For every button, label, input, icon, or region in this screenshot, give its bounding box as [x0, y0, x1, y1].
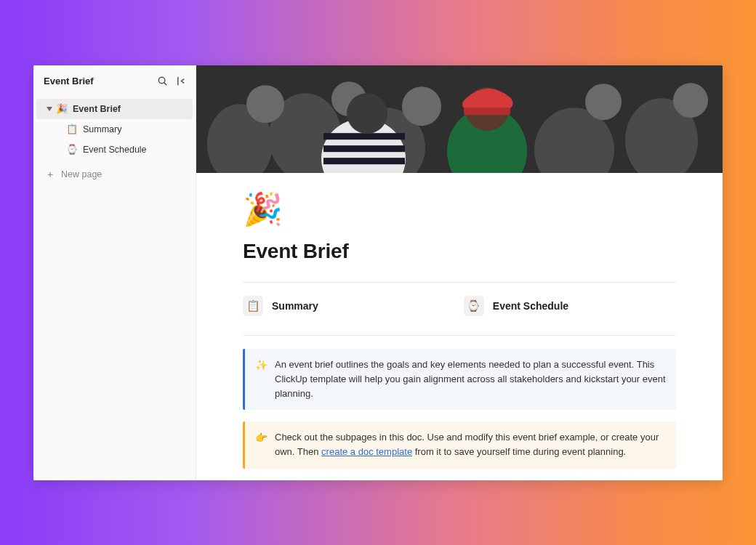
sidebar: Event Brief 🎉 Event Brief: [33, 65, 196, 480]
svg-point-12: [402, 86, 441, 126]
svg-point-10: [246, 85, 284, 123]
sidebar-item-label: Event Brief: [73, 104, 121, 114]
sparkles-emoji-icon: ✨: [255, 358, 268, 401]
watch-emoji-icon: ⌚: [464, 296, 484, 316]
callout-text-after: from it to save yourself time during eve…: [412, 446, 626, 457]
subpage-link-label: Summary: [272, 300, 318, 312]
svg-point-0: [158, 77, 164, 83]
sidebar-item-summary[interactable]: 📋 Summary: [36, 119, 193, 140]
pointing-hand-emoji-icon: 👉: [255, 430, 268, 459]
page-emoji[interactable]: 🎉: [243, 193, 676, 225]
new-page-button[interactable]: + New page: [33, 164, 196, 185]
sidebar-item-label: Event Schedule: [83, 145, 147, 155]
main-content: 🎉 Event Brief 📋 Summary ⌚ Event Schedule: [196, 65, 723, 480]
svg-marker-3: [47, 107, 52, 111]
notepad-emoji-icon: 📋: [65, 124, 79, 134]
svg-rect-20: [323, 145, 405, 152]
sidebar-item-label: Summary: [83, 124, 121, 134]
sidebar-nav: 🎉 Event Brief 📋 Summary ⌚ Event Schedule…: [33, 97, 196, 185]
subpage-link-label: Event Schedule: [493, 300, 568, 312]
callout-text: An event brief outlines the goals and ke…: [275, 358, 666, 401]
new-page-label: New page: [61, 169, 102, 179]
svg-rect-17: [464, 108, 510, 115]
collapse-sidebar-icon[interactable]: [175, 76, 187, 87]
create-doc-template-link[interactable]: create a doc template: [321, 446, 412, 457]
page-title[interactable]: Event Brief: [243, 240, 676, 263]
party-emoji-icon: 🎉: [55, 103, 68, 114]
plus-icon: +: [45, 169, 55, 180]
svg-point-22: [347, 93, 387, 134]
subpage-link-event-schedule[interactable]: ⌚ Event Schedule: [464, 296, 568, 316]
sidebar-item-event-brief[interactable]: 🎉 Event Brief: [36, 99, 193, 119]
app-window: Event Brief 🎉 Event Brief: [33, 65, 723, 480]
svg-line-1: [164, 83, 166, 85]
cover-image[interactable]: [196, 65, 723, 173]
svg-rect-21: [323, 158, 405, 164]
svg-point-14: [673, 83, 708, 118]
svg-point-13: [585, 84, 622, 120]
notepad-emoji-icon: 📋: [243, 296, 263, 316]
sidebar-title: Event Brief: [44, 76, 94, 86]
callout-info[interactable]: ✨ An event brief outlines the goals and …: [243, 349, 676, 410]
divider: [243, 282, 676, 283]
sidebar-item-event-schedule[interactable]: ⌚ Event Schedule: [36, 140, 193, 160]
caret-down-icon[interactable]: [45, 106, 54, 112]
divider: [243, 335, 676, 336]
subpage-link-summary[interactable]: 📋 Summary: [243, 296, 318, 316]
callout-text: Check out the subpages in this doc. Use …: [275, 430, 666, 459]
watch-emoji-icon: ⌚: [65, 144, 79, 155]
search-icon[interactable]: [156, 76, 168, 87]
subpage-links: 📋 Summary ⌚ Event Schedule: [243, 296, 676, 316]
svg-rect-19: [323, 133, 405, 140]
sidebar-header: Event Brief: [33, 65, 196, 97]
callout-tip[interactable]: 👉 Check out the subpages in this doc. Us…: [243, 421, 676, 468]
